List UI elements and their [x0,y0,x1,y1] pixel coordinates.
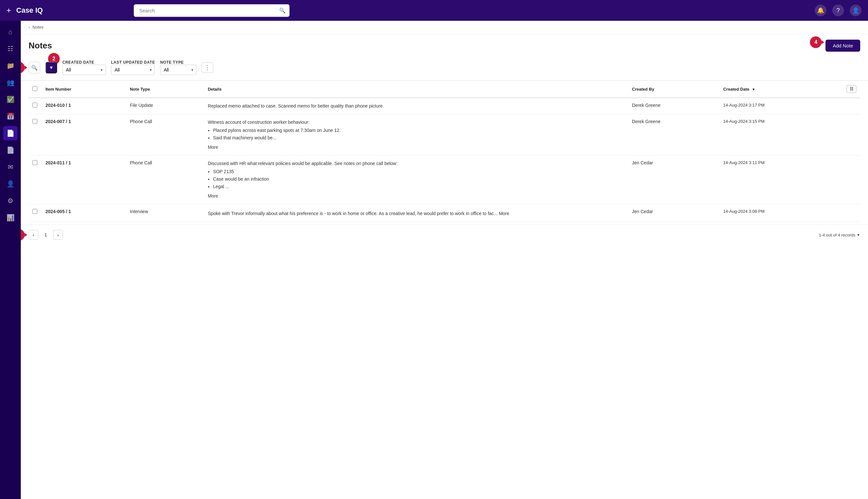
records-dropdown-arrow[interactable]: ▼ [857,233,860,237]
row-item-number: 2024-010 / 1 [41,98,126,114]
column-toggle-button[interactable]: ☷ [846,85,856,93]
sidebar-item-tasks[interactable]: ✅ [3,92,17,107]
current-page: 1 [41,230,51,240]
row-created-by: Derek Greene [628,98,719,114]
prev-page-button[interactable]: ‹ [28,230,38,240]
plus-icon[interactable]: + [7,6,11,15]
filter-group-note-type: NOTE TYPE All File Update Phone Call Int… [160,60,197,75]
sidebar-item-contacts[interactable]: 👥 [3,75,17,90]
add-note-button[interactable]: Add Note [826,40,860,52]
help-icon[interactable]: ? [832,4,844,16]
last-updated-select[interactable]: All Today Last 7 Days Last 30 Days Custo… [111,65,154,75]
notification-icon[interactable]: 🔔 [815,4,827,16]
th-item-number: Item Number [41,81,126,98]
row-item-number: 2024-007 / 1 [41,114,126,156]
sidebar-item-person[interactable]: 👤 [3,177,17,191]
sidebar: ⌂ ☷ 📁 👥 ✅ 📅 📄 📄 ✉ 👤 ⚙ 📊 [0,21,21,499]
created-date-select[interactable]: All Today Last 7 Days Last 30 Days Custo… [62,65,106,75]
sidebar-item-folder[interactable]: 📁 [3,59,17,73]
table-row: 2024-005 / 1 Interview Spoke with Trevor… [28,204,860,222]
sidebar-item-calendar[interactable]: 📅 [3,109,17,123]
app-title: Case IQ [16,6,43,15]
row-checkbox [28,98,41,114]
search-input[interactable] [134,4,290,17]
created-date-select-wrapper: All Today Last 7 Days Last 30 Days Custo… [62,65,106,75]
row-checkbox [28,114,41,156]
filter-group-last-updated: LAST UPDATED DATE All Today Last 7 Days … [111,60,155,75]
th-checkbox [28,81,41,98]
filter-funnel-button[interactable]: ▼ [46,62,57,73]
filter-group-created-date: CREATED DATE All Today Last 7 Days Last … [62,60,106,75]
sort-icon: ▼ [752,87,755,91]
row-details: Spoke with Trevor informally about what … [204,204,628,222]
row-created-by: Derek Greene [628,114,719,156]
th-details: Details [204,81,628,98]
last-updated-label: LAST UPDATED DATE [111,60,155,65]
select-all-checkbox[interactable] [33,86,37,91]
pagination-bar: 6 ‹ 1 › 1-4 out of 4 records ▼ [21,224,868,245]
row-actions [843,98,860,114]
sidebar-item-list[interactable]: ☷ [3,41,17,56]
page-header: Notes 4 Add Note [21,34,868,57]
row-created-date: 14-Aug-2024 3:15 PM [719,114,843,156]
table-row: 2024-011 / 1 Phone Call Discussed with H… [28,156,860,204]
row-item-number: 2024-011 / 1 [41,156,126,204]
th-created-by: Created By [628,81,719,98]
last-updated-select-wrapper: All Today Last 7 Days Last 30 Days Custo… [111,65,155,75]
row-actions [843,114,860,156]
breadcrumb-chevron: › [28,25,30,29]
table-row: 2024-010 / 1 File Update Replaced memo a… [28,98,860,114]
created-date-label: CREATED DATE [62,60,106,65]
kebab-menu-button[interactable]: ⋮ [202,62,213,73]
row-created-date: 14-Aug-2024 3:08 PM [719,204,843,222]
sidebar-item-files[interactable]: 📄 [3,143,17,157]
row-select-checkbox[interactable] [33,160,37,165]
row-note-type: Interview [126,204,204,222]
callout-4: 4 [810,36,821,48]
row-note-type: Phone Call [126,114,204,156]
sidebar-item-mail[interactable]: ✉ [3,160,17,174]
row-note-type: File Update [126,98,204,114]
sidebar-item-report[interactable]: 📊 [3,210,17,225]
breadcrumb-bar: › Notes [21,21,868,34]
pagination-controls: ‹ 1 › [28,230,63,240]
row-select-checkbox[interactable] [33,119,37,124]
th-col-toggle: ☷ [843,81,860,98]
user-icon[interactable]: 👤 [850,4,861,16]
table-container: 35 Item Number Note Type Details [21,81,868,222]
more-link[interactable]: More [499,210,509,217]
row-details: Discussed with HR what relevant policies… [204,156,628,204]
add-note-wrapper: 4 Add Note [826,40,860,52]
row-created-date: 14-Aug-2024 3:11 PM [719,156,843,204]
more-link[interactable]: More [208,193,218,199]
row-checkbox [28,156,41,204]
row-actions [843,204,860,222]
sidebar-item-home[interactable]: ⌂ [3,25,17,39]
filter-row-inner: 1 2 🔍 ▼ CREATED DATE All Today Last 7 Da… [28,60,197,75]
row-select-checkbox[interactable] [33,103,37,108]
notes-table: Item Number Note Type Details Created By… [28,81,860,222]
row-actions [843,156,860,204]
breadcrumb: Notes [33,25,43,29]
table-header-row: Item Number Note Type Details Created By… [28,81,860,98]
sidebar-item-settings[interactable]: ⚙ [3,194,17,208]
filter-row: 1 2 🔍 ▼ CREATED DATE All Today Last 7 Da… [21,57,868,81]
row-checkbox [28,204,41,222]
row-created-by: Jen Cedar [628,204,719,222]
nav-icons: 🔔 ? 👤 [815,4,861,16]
search-icon: 🔍 [279,8,286,14]
more-link[interactable]: More [208,144,218,151]
note-type-select[interactable]: All File Update Phone Call Interview Ema… [160,65,197,75]
row-select-checkbox[interactable] [33,209,37,214]
row-created-by: Jen Cedar [628,156,719,204]
filter-search-button[interactable]: 🔍 [28,62,40,73]
next-page-button[interactable]: › [53,230,63,240]
note-type-select-wrapper: All File Update Phone Call Interview Ema… [160,65,197,75]
sidebar-item-notes[interactable]: 📄 [3,126,17,141]
row-created-date: 14-Aug-2024 3:17 PM [719,98,843,114]
th-created-date[interactable]: Created Date ▼ [719,81,843,98]
th-note-type: Note Type [126,81,204,98]
row-details: Replaced memo attached to case. Scanned … [204,98,628,114]
main-content: › Notes Notes 4 Add Note 1 2 🔍 ▼ CREATED… [21,21,868,499]
row-details: Witness account of construction worker b… [204,114,628,156]
